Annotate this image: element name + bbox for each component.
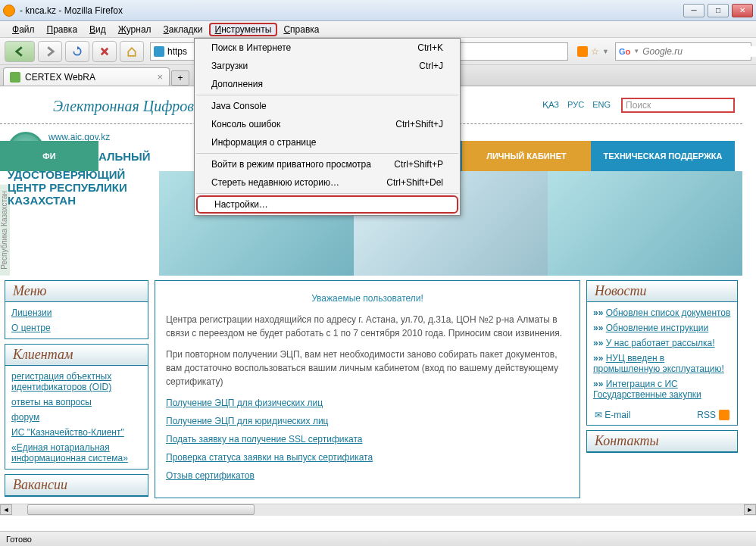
- bookmark-star-icon[interactable]: ☆: [591, 46, 599, 57]
- google-icon: Go: [619, 47, 630, 56]
- info-paragraph: При повторном получении ЭЦП, вам нет нео…: [166, 348, 569, 388]
- menu-журнал[interactable]: Журнал: [112, 23, 158, 36]
- dropdown-item[interactable]: Стереть недавнюю историю…Ctrl+Shift+Del: [195, 173, 460, 192]
- menu-инструменты[interactable]: Инструменты: [209, 23, 278, 36]
- client-link[interactable]: регистрация объектных идентификаторов (O…: [11, 369, 142, 395]
- right-column: Новости Обновлен список документовОбновл…: [586, 280, 738, 498]
- news-item[interactable]: Обновление инструкции: [593, 320, 731, 335]
- dropdown-arrow-icon[interactable]: ▼: [633, 48, 639, 55]
- dropdown-item[interactable]: Настройки…: [196, 195, 458, 214]
- service-link[interactable]: Подать заявку на получение SSL сертифика…: [166, 432, 569, 446]
- browser-tab[interactable]: CERTEX WebRA ×: [3, 67, 170, 86]
- news-item[interactable]: У нас работает рассылка!: [593, 335, 731, 351]
- home-button[interactable]: [120, 41, 144, 62]
- browser-search-box[interactable]: Go ▼ 🔍: [615, 42, 751, 61]
- window-title: - knca.kz - Mozilla Firefox: [20, 5, 683, 16]
- menu-bar: ФайлПравкаВидЖурналЗакладкиИнструментыСп…: [0, 21, 756, 38]
- dropdown-item[interactable]: Поиск в ИнтернетеCtrl+K: [195, 39, 460, 57]
- dropdown-item[interactable]: Информация о странице: [195, 133, 460, 151]
- service-link[interactable]: Проверка статуса заявки на выпуск сертиф…: [166, 451, 569, 464]
- nav-cabinet[interactable]: ЛИЧНЫЙ КАБИНЕТ: [462, 141, 591, 171]
- notice-paragraph: Центра регистрации находящийся по адресу…: [166, 313, 569, 340]
- tab-favicon: [10, 72, 20, 83]
- reload-button[interactable]: [65, 41, 89, 62]
- firefox-icon: [3, 5, 15, 17]
- scroll-thumb[interactable]: [27, 504, 255, 515]
- news-item[interactable]: Обновлен список документов: [593, 305, 731, 320]
- dropdown-item[interactable]: Консоль ошибокCtrl+Shift+J: [195, 115, 460, 133]
- dropdown-item[interactable]: Дополнения: [195, 75, 460, 93]
- vacancy-heading: Вакансии: [5, 475, 148, 496]
- tab-label: CERTEX WebRA: [25, 72, 95, 83]
- new-tab-button[interactable]: +: [171, 70, 189, 86]
- clients-heading: Клиентам: [5, 345, 148, 366]
- left-column: Меню ЛицензииО центре Клиентам регистрац…: [5, 280, 148, 498]
- menu-link[interactable]: О центре: [11, 320, 142, 335]
- back-button[interactable]: [5, 41, 35, 62]
- status-text: Готово: [6, 535, 32, 544]
- menu-вид[interactable]: Вид: [83, 23, 112, 36]
- service-link[interactable]: Отзыв сертификатов: [166, 469, 569, 482]
- nav-support[interactable]: ТЕХНИЧЕСКАЯ ПОДДЕРЖКА: [591, 141, 735, 171]
- minimize-button[interactable]: ─: [683, 4, 704, 17]
- url-text: https: [167, 46, 187, 57]
- news-heading: Новости: [587, 281, 737, 302]
- menu-закладки[interactable]: Закладки: [158, 23, 209, 36]
- stop-button[interactable]: [92, 41, 117, 62]
- window-titlebar: - knca.kz - Mozilla Firefox ─ □ ✕: [0, 0, 756, 21]
- news-item[interactable]: НУЦ введен в промышленную эксплуатацию!: [593, 351, 731, 376]
- tab-close-icon[interactable]: ×: [157, 71, 163, 83]
- scroll-right-arrow[interactable]: ►: [744, 504, 756, 515]
- menu-link[interactable]: Лицензии: [11, 305, 142, 320]
- client-link[interactable]: ИС "Казначейство-Клиент": [11, 425, 142, 440]
- dropdown-item[interactable]: Java Console: [195, 97, 460, 115]
- scroll-left-arrow[interactable]: ◄: [0, 504, 12, 515]
- dropdown-item[interactable]: Войти в режим приватного просмотраCtrl+S…: [195, 155, 460, 173]
- close-button[interactable]: ✕: [732, 4, 753, 17]
- greeting: Уважаемые пользователи!: [166, 292, 569, 305]
- menu-heading: Меню: [5, 281, 148, 302]
- main-column: Уважаемые пользователи! Центра регистрац…: [155, 280, 580, 498]
- rss-icon[interactable]: [577, 46, 588, 57]
- client-link[interactable]: ответы на вопросы: [11, 395, 142, 410]
- horizontal-scrollbar[interactable]: ◄ ►: [0, 504, 756, 516]
- maximize-button[interactable]: □: [708, 4, 729, 17]
- news-item[interactable]: Интеграция с ИС Государственные закупки: [593, 376, 731, 402]
- lang-kaz[interactable]: ҚАЗ: [542, 100, 559, 109]
- forward-button[interactable]: [38, 41, 62, 62]
- lang-eng[interactable]: ENG: [592, 100, 611, 109]
- client-link[interactable]: форум: [11, 410, 142, 425]
- lang-rus[interactable]: РУС: [567, 100, 584, 109]
- service-link[interactable]: Получение ЭЦП для юридических лиц: [166, 414, 569, 428]
- dropdown-item[interactable]: ЗагрузкиCtrl+J: [195, 57, 460, 75]
- rss-icon: [719, 410, 729, 420]
- site-search-input[interactable]: [621, 98, 735, 113]
- rss-link[interactable]: RSS: [697, 410, 729, 420]
- site-slogan: Электронная Цифровая: [53, 98, 208, 115]
- search-input[interactable]: [642, 46, 756, 57]
- client-link[interactable]: «Единая нотариальная информационная сист…: [11, 440, 142, 466]
- menu-файл[interactable]: Файл: [6, 23, 41, 36]
- dropdown-arrow-icon[interactable]: ▼: [602, 48, 609, 55]
- nav-physical[interactable]: ФИ: [0, 141, 98, 171]
- menu-правка[interactable]: Правка: [41, 23, 84, 36]
- tools-dropdown-menu: Поиск в ИнтернетеCtrl+KЗагрузкиCtrl+JДоп…: [194, 38, 461, 216]
- email-link[interactable]: ✉ E-mail: [595, 410, 630, 420]
- menu-справка[interactable]: Справка: [277, 23, 325, 36]
- language-switcher: ҚАЗ РУС ENG: [539, 100, 614, 110]
- status-bar: Готово: [0, 531, 756, 546]
- site-favicon: [154, 46, 164, 57]
- contacts-heading: Контакты: [587, 431, 737, 452]
- service-link[interactable]: Получение ЭЦП для физических лиц: [166, 396, 569, 410]
